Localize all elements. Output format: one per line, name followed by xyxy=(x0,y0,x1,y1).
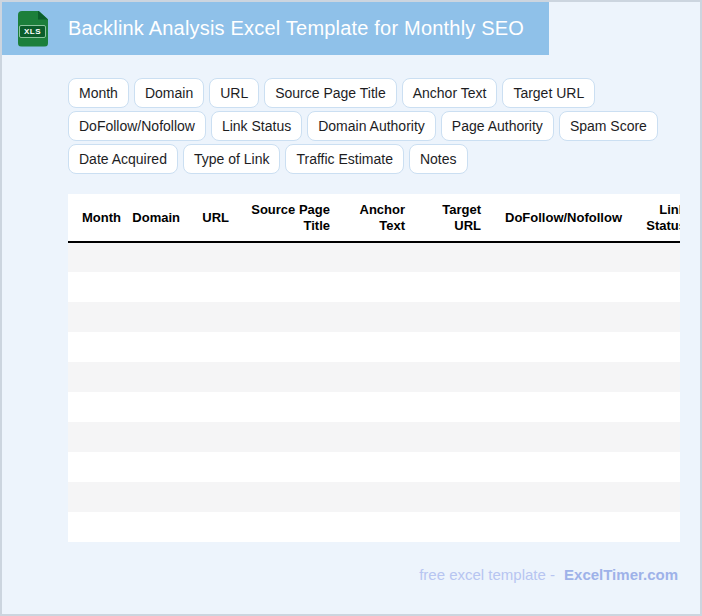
template-preview-page: XLS Backlink Analysis Excel Template for… xyxy=(0,0,702,616)
column-header: Month xyxy=(68,194,131,242)
table-cell xyxy=(68,422,131,452)
column-chip[interactable]: Link Status xyxy=(211,111,302,141)
table-cell xyxy=(340,422,415,452)
column-chip[interactable]: Page Authority xyxy=(441,111,554,141)
table-cell xyxy=(239,242,340,272)
table-cell xyxy=(68,362,131,392)
table-cell xyxy=(491,452,632,482)
table-cell xyxy=(340,242,415,272)
column-header: Link Status xyxy=(632,194,680,242)
table-cell xyxy=(491,362,632,392)
table-cell xyxy=(632,422,680,452)
table-row xyxy=(68,242,680,272)
table-cell xyxy=(190,422,239,452)
table-cell xyxy=(415,482,491,512)
table-cell xyxy=(131,482,190,512)
table-cell xyxy=(68,272,131,302)
table-cell xyxy=(131,242,190,272)
table-cell xyxy=(491,332,632,362)
table-cell xyxy=(239,512,340,542)
xls-icon-label: XLS xyxy=(19,25,46,38)
table-cell xyxy=(190,452,239,482)
table-cell xyxy=(340,362,415,392)
table-cell xyxy=(415,242,491,272)
table-cell xyxy=(239,302,340,332)
spreadsheet-preview: MonthDomainURLSource Page TitleAnchor Te… xyxy=(68,194,680,542)
column-chip[interactable]: URL xyxy=(209,78,259,108)
table-cell xyxy=(632,362,680,392)
column-header: Target URL xyxy=(415,194,491,242)
table-cell xyxy=(131,422,190,452)
table-cell xyxy=(131,332,190,362)
table-row xyxy=(68,482,680,512)
table-cell xyxy=(131,452,190,482)
table-cell xyxy=(491,302,632,332)
table-cell xyxy=(190,302,239,332)
table-cell xyxy=(68,452,131,482)
table-cell xyxy=(491,482,632,512)
column-chip[interactable]: Source Page Title xyxy=(264,78,397,108)
table-cell xyxy=(68,242,131,272)
table-cell xyxy=(68,392,131,422)
table-cell xyxy=(632,512,680,542)
table-cell xyxy=(190,482,239,512)
table-cell xyxy=(239,332,340,362)
table-cell xyxy=(239,362,340,392)
table-cell xyxy=(632,302,680,332)
page-title: Backlink Analysis Excel Template for Mon… xyxy=(68,17,524,40)
column-chip[interactable]: Spam Score xyxy=(559,111,658,141)
footer-tagline: free excel template - xyxy=(419,566,555,583)
column-chip[interactable]: Domain xyxy=(134,78,204,108)
table-header-row: MonthDomainURLSource Page TitleAnchor Te… xyxy=(68,194,680,242)
column-header: Anchor Text xyxy=(340,194,415,242)
table-cell xyxy=(190,392,239,422)
table-cell xyxy=(415,452,491,482)
column-chip[interactable]: Anchor Text xyxy=(402,78,498,108)
table-cell xyxy=(415,302,491,332)
table-cell xyxy=(415,272,491,302)
column-chip[interactable]: Domain Authority xyxy=(307,111,436,141)
table-cell xyxy=(632,272,680,302)
footer-brand-link[interactable]: ExcelTimer.com xyxy=(564,566,678,583)
table-cell xyxy=(190,512,239,542)
column-chip[interactable]: Type of Link xyxy=(183,144,281,174)
table-cell xyxy=(340,302,415,332)
column-chip[interactable]: DoFollow/Nofollow xyxy=(68,111,206,141)
column-chip[interactable]: Notes xyxy=(409,144,468,174)
table-row xyxy=(68,362,680,392)
table-cell xyxy=(68,512,131,542)
table-cell xyxy=(415,392,491,422)
field-chip-list: MonthDomainURLSource Page TitleAnchor Te… xyxy=(68,78,682,174)
table-cell xyxy=(68,332,131,362)
table-cell xyxy=(632,482,680,512)
table-cell xyxy=(491,512,632,542)
table-cell xyxy=(131,302,190,332)
table-cell xyxy=(190,272,239,302)
table-row xyxy=(68,302,680,332)
table-cell xyxy=(239,272,340,302)
xls-file-icon: XLS xyxy=(18,11,48,47)
table-cell xyxy=(340,482,415,512)
table-cell xyxy=(632,392,680,422)
column-header: URL xyxy=(190,194,239,242)
column-chip[interactable]: Target URL xyxy=(502,78,595,108)
table-cell xyxy=(190,242,239,272)
table-cell xyxy=(131,392,190,422)
column-chip[interactable]: Month xyxy=(68,78,129,108)
header-bar: XLS Backlink Analysis Excel Template for… xyxy=(2,2,549,55)
table-cell xyxy=(239,482,340,512)
column-chip[interactable]: Traffic Estimate xyxy=(285,144,403,174)
table-row xyxy=(68,452,680,482)
table-cell xyxy=(239,422,340,452)
table-cell xyxy=(131,362,190,392)
table-cell xyxy=(632,242,680,272)
column-chip[interactable]: Date Acquired xyxy=(68,144,178,174)
table-cell xyxy=(340,512,415,542)
backlink-table: MonthDomainURLSource Page TitleAnchor Te… xyxy=(68,194,680,542)
table-cell xyxy=(415,422,491,452)
table-cell xyxy=(340,452,415,482)
table-cell xyxy=(131,512,190,542)
table-cell xyxy=(190,332,239,362)
table-row xyxy=(68,272,680,302)
table-cell xyxy=(632,452,680,482)
